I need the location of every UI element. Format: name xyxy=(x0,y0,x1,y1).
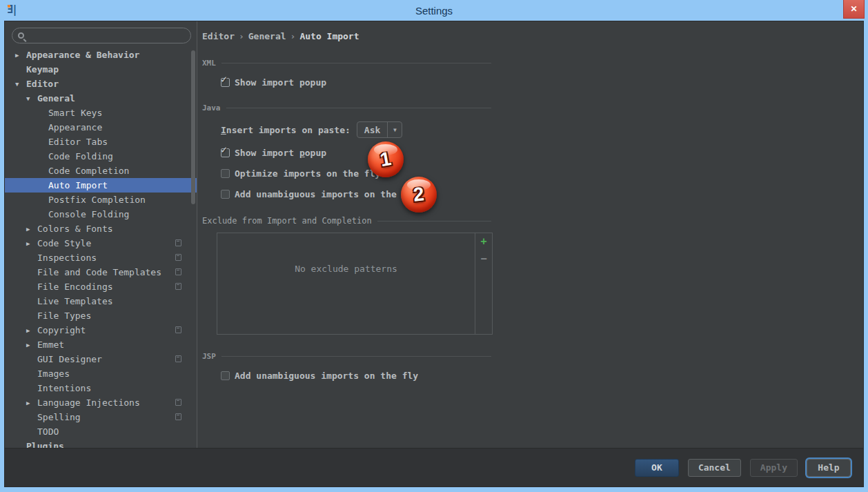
chevron-right-icon[interactable]: ▶ xyxy=(26,240,37,247)
checkbox-label: Show import popup xyxy=(235,77,326,88)
breadcrumb-separator: › xyxy=(290,31,296,41)
per-project-settings-icon xyxy=(175,268,181,275)
sidebar-item-label: Language Injections xyxy=(37,397,140,408)
sidebar-item-inspections[interactable]: Inspections xyxy=(5,250,197,265)
chevron-right-icon[interactable]: ▶ xyxy=(26,226,37,233)
close-icon[interactable]: ✕ xyxy=(843,0,865,19)
checkbox-label: Add unambiguous imports on the fly xyxy=(235,371,418,381)
per-project-settings-icon xyxy=(175,399,181,406)
sidebar-item-file-types[interactable]: File Types xyxy=(5,308,197,323)
sidebar-item-label: Auto Import xyxy=(48,180,108,190)
sidebar-item-general[interactable]: ▼General xyxy=(5,91,197,106)
window-title: Settings xyxy=(0,5,868,17)
cancel-button[interactable]: Cancel xyxy=(688,459,741,477)
per-project-settings-icon xyxy=(175,239,181,246)
sidebar-item-copyright[interactable]: ▶Copyright xyxy=(5,323,197,337)
checkmark-icon: ✓ xyxy=(221,144,227,156)
sidebar-item-keymap[interactable]: Keymap xyxy=(5,62,197,77)
chevron-right-icon[interactable]: ▶ xyxy=(26,327,37,334)
settings-search-box[interactable] xyxy=(12,28,191,43)
sidebar-item-auto-import[interactable]: Auto Import xyxy=(5,178,197,193)
chevron-down-icon[interactable]: ▼ xyxy=(26,95,37,102)
sidebar-item-console-folding[interactable]: Console Folding xyxy=(5,207,197,222)
sidebar-item-label: Smart Keys xyxy=(48,108,102,118)
checkbox-box[interactable]: ✓ xyxy=(221,148,230,157)
settings-content: Editor›General›Auto Import XML ✓ Show im… xyxy=(197,21,863,448)
checkbox-add-unambiguous-imports-java[interactable]: ✓ Add unambiguous imports on the fly xyxy=(221,189,491,199)
sidebar-item-code-style[interactable]: ▶Code Style xyxy=(5,236,197,250)
sidebar-item-label: Keymap xyxy=(26,64,59,75)
section-jsp-header: JSP xyxy=(202,352,491,361)
titlebar: Ǝ| Settings ✕ xyxy=(0,0,868,21)
sidebar-item-appearance-behavior[interactable]: ▶Appearance & Behavior xyxy=(5,48,197,62)
exclude-patterns-list[interactable]: No exclude patterns xyxy=(217,233,475,334)
add-pattern-button[interactable]: + xyxy=(478,236,489,247)
chevron-right-icon[interactable]: ▶ xyxy=(15,52,26,59)
breadcrumb-part[interactable]: Editor xyxy=(202,31,235,41)
exclude-patterns-panel: No exclude patterns + − xyxy=(217,233,493,335)
sidebar-item-spelling[interactable]: Spelling xyxy=(5,410,197,424)
chevron-down-icon: ▼ xyxy=(393,127,397,133)
sidebar-item-label: Appearance & Behavior xyxy=(26,50,139,60)
search-input[interactable] xyxy=(28,30,185,41)
sidebar-item-images[interactable]: Images xyxy=(5,366,197,381)
sidebar-item-file-and-code-templates[interactable]: File and Code Templates xyxy=(5,265,197,279)
sidebar-item-editor-tabs[interactable]: Editor Tabs xyxy=(5,135,197,149)
dropdown-value: Ask xyxy=(357,125,387,135)
per-project-settings-icon xyxy=(175,413,181,420)
sidebar-scrollbar[interactable] xyxy=(191,50,195,204)
sidebar-item-label: Console Folding xyxy=(48,209,129,219)
dropdown-arrow-button[interactable]: ▼ xyxy=(387,122,402,137)
sidebar-item-label: Appearance xyxy=(48,122,102,132)
breadcrumb-part[interactable]: General xyxy=(248,31,286,41)
window-frame: ▶Appearance & BehaviorKeymap▼Editor▼Gene… xyxy=(0,21,868,492)
sidebar-item-postfix-completion[interactable]: Postfix Completion xyxy=(5,193,197,207)
section-java-header: Java xyxy=(202,104,491,112)
dropdown-label: Insert imports on paste: xyxy=(221,125,351,135)
sidebar-item-live-templates[interactable]: Live Templates xyxy=(5,294,197,308)
sidebar-item-code-folding[interactable]: Code Folding xyxy=(5,149,197,164)
help-button[interactable]: Help xyxy=(807,459,851,477)
insert-imports-dropdown[interactable]: Ask ▼ xyxy=(357,121,402,138)
sidebar-item-editor[interactable]: ▼Editor xyxy=(5,77,197,91)
section-divider xyxy=(377,221,491,222)
sidebar-item-label: Code Style xyxy=(37,238,91,248)
sidebar-item-label: Intentions xyxy=(37,383,91,393)
sidebar-item-language-injections[interactable]: ▶Language Injections xyxy=(5,395,197,410)
sidebar-item-smart-keys[interactable]: Smart Keys xyxy=(5,106,197,120)
chevron-right-icon[interactable]: ▶ xyxy=(26,342,37,348)
sidebar-item-todo[interactable]: TODO xyxy=(5,424,197,439)
remove-pattern-button[interactable]: − xyxy=(478,253,489,264)
checkbox-label: Show import popup xyxy=(235,148,326,158)
checkbox-java-show-import-popup[interactable]: ✓ Show import popup xyxy=(221,148,491,158)
chevron-down-icon[interactable]: ▼ xyxy=(15,81,26,88)
ok-button[interactable]: OK xyxy=(635,459,679,477)
insert-imports-on-paste-row: Insert imports on paste: Ask ▼ xyxy=(221,121,491,138)
checkbox-box[interactable]: ✓ xyxy=(221,371,230,380)
empty-list-text: No exclude patterns xyxy=(295,264,397,274)
sidebar-item-code-completion[interactable]: Code Completion xyxy=(5,164,197,178)
sidebar-item-colors-fonts[interactable]: ▶Colors & Fonts xyxy=(5,222,197,236)
apply-button[interactable]: Apply xyxy=(750,459,798,477)
checkbox-label: Optimize imports on the fly xyxy=(235,168,380,179)
annotation-number: 1 xyxy=(379,148,393,171)
section-title-jsp: JSP xyxy=(202,352,216,361)
sidebar-item-emmet[interactable]: ▶Emmet xyxy=(5,337,197,352)
sidebar-item-appearance[interactable]: Appearance xyxy=(5,120,197,135)
checkbox-box[interactable]: ✓ xyxy=(221,169,230,178)
sidebar-item-label: Code Folding xyxy=(48,151,113,161)
chevron-right-icon[interactable]: ▶ xyxy=(26,400,37,406)
sidebar-item-label: General xyxy=(37,93,75,104)
checkbox-add-unambiguous-imports-jsp[interactable]: ✓ Add unambiguous imports on the fly xyxy=(221,371,491,381)
checkbox-box[interactable]: ✓ xyxy=(221,190,230,199)
sidebar-item-intentions[interactable]: Intentions xyxy=(5,381,197,395)
sidebar-item-label: Emmet xyxy=(37,340,64,350)
sidebar-item-gui-designer[interactable]: GUI Designer xyxy=(5,352,197,366)
sidebar-item-file-encodings[interactable]: File Encodings xyxy=(5,279,197,294)
checkbox-xml-show-import-popup[interactable]: ✓ Show import popup xyxy=(221,77,491,88)
breadcrumb-part[interactable]: Auto Import xyxy=(299,31,359,41)
checkbox-box[interactable]: ✓ xyxy=(221,78,230,87)
sidebar-item-plugins[interactable]: Plugins xyxy=(5,439,197,448)
checkbox-optimize-imports-on-the-fly[interactable]: ✓ Optimize imports on the fly xyxy=(221,168,491,179)
breadcrumb: Editor›General›Auto Import xyxy=(202,31,863,41)
